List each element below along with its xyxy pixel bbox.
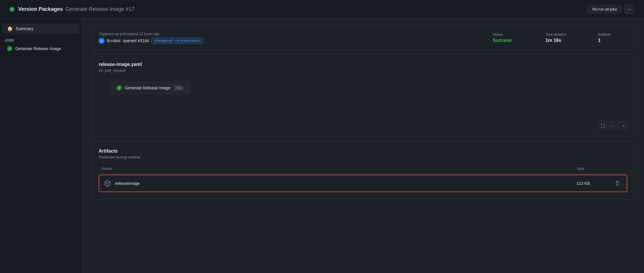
artifacts-table-header: Name Size [99, 164, 627, 173]
artifact-size: 113 KB [576, 181, 612, 186]
trigger-label: Triggered via pull request 13 hours ago [99, 32, 469, 36]
sidebar: 🏠 Summary Jobs Generate Release Image [0, 19, 82, 273]
workflow-controls: − + [598, 121, 628, 130]
workflow-zoom-in-button[interactable]: + [619, 121, 628, 130]
status-stat: Status Success [493, 33, 522, 43]
artifact-row[interactable]: releaseimage 113 KB [99, 175, 627, 192]
run-name: Generate Release Image #17 [65, 6, 134, 12]
header-actions: Re-run all jobs ··· [588, 5, 635, 14]
header-left: Version Packages Generate Release Image … [9, 6, 134, 12]
job-status-icon [7, 46, 12, 51]
workflow-card: release-image.yaml on: pull_request Gene… [91, 54, 635, 136]
status-value: Success [493, 38, 522, 43]
artifacts-card: Artifacts Produced during runtime Name S… [91, 141, 635, 199]
duration-stat: Total duration 1m 16s [545, 33, 575, 43]
status-label: Status [493, 33, 522, 37]
artifact-delete-button[interactable] [612, 181, 623, 186]
workflow-status-icon [9, 7, 15, 12]
workflow-file-name: release-image.yaml [99, 62, 627, 67]
sidebar-summary-item[interactable]: 🏠 Summary [2, 23, 79, 34]
col-name-header: Name [102, 166, 577, 171]
workflow-trigger: on: pull_request [99, 68, 627, 73]
page-header: Version Packages Generate Release Image … [0, 0, 644, 19]
user-avatar: L [99, 38, 105, 44]
artifact-package-icon [103, 179, 112, 188]
sidebar-job-name: Generate Release Image [15, 46, 61, 51]
trigger-card: Triggered via pull request 13 hours ago … [91, 26, 635, 50]
node-status-icon [117, 85, 122, 91]
workflow-name: Version Packages [18, 6, 63, 12]
col-actions-header [612, 166, 624, 171]
artifacts-title: Artifacts [99, 149, 627, 154]
trigger-user: lit-robot [107, 38, 121, 43]
trigger-info: Triggered via pull request 13 hours ago … [99, 32, 469, 44]
workflow-zoom-out-button[interactable]: − [609, 121, 618, 130]
sidebar-jobs-label: Jobs [0, 36, 82, 44]
duration-value: 1m 16s [545, 38, 575, 43]
artifacts-subtitle: Produced during runtime [99, 155, 627, 159]
artifacts-header-value: 1 [598, 38, 627, 43]
sidebar-item-generate-release-image[interactable]: Generate Release Image [2, 44, 79, 54]
artifact-name: releaseimage [115, 181, 576, 186]
trigger-pr: opened #3184 [123, 38, 149, 43]
more-options-button[interactable]: ··· [624, 5, 635, 14]
workflow-job-duration: 53s [173, 85, 184, 91]
header-title: Version Packages Generate Release Image … [18, 6, 134, 12]
workflow-fit-button[interactable] [598, 121, 607, 130]
duration-label: Total duration [545, 33, 575, 37]
trigger-detail: L lit-robot opened #3184 changeset-relea… [99, 38, 469, 44]
workflow-job-node[interactable]: Generate Release Image 53s [110, 82, 190, 94]
artifacts-stat: Artifacts 1 [598, 33, 627, 43]
sidebar-summary-label: Summary [16, 26, 33, 31]
col-size-header: Size [577, 166, 612, 171]
branch-badge[interactable]: changeset-release/main [151, 38, 203, 44]
home-icon: 🏠 [7, 26, 13, 31]
workflow-job-name: Generate Release Image [125, 86, 170, 90]
rerun-all-jobs-button[interactable]: Re-run all jobs [588, 5, 622, 13]
main-layout: 🏠 Summary Jobs Generate Release Image Tr… [0, 19, 644, 273]
main-content: Triggered via pull request 13 hours ago … [82, 19, 644, 273]
artifacts-header-label: Artifacts [598, 33, 627, 37]
